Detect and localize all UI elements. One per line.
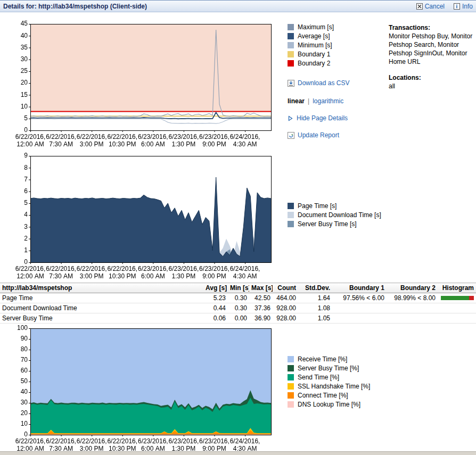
legend-label: Receive Time [%] xyxy=(298,355,347,363)
cell-max: 37.36 xyxy=(249,303,273,313)
col-header-min: Min [s] xyxy=(228,283,249,293)
legend-item: Minimum [s] xyxy=(288,42,334,48)
scale-linear-current: linear xyxy=(288,97,305,105)
cell-stddev: 1.05 xyxy=(298,313,332,324)
page-title: Details for: http://lab34/mspetshop (Cli… xyxy=(3,3,147,10)
col-header-avg: Avg [s] xyxy=(203,283,228,293)
info-label: Info xyxy=(462,3,473,10)
response-time-line-chart xyxy=(9,18,275,152)
legend-item: SSL Handshake Time [%] xyxy=(288,383,370,390)
cell-boundary1 xyxy=(332,303,387,313)
legend-item: Connect Time [%] xyxy=(288,392,370,399)
download-csv-button[interactable]: Download as CSV xyxy=(288,79,349,87)
legend-item: DNS Lookup Time [%] xyxy=(288,401,370,408)
hide-page-details-label: Hide Page Details xyxy=(297,114,348,122)
legend-swatch xyxy=(288,383,294,390)
hide-page-details-button[interactable]: Hide Page Details xyxy=(288,114,348,122)
legend-label: Maximum [s] xyxy=(298,23,334,31)
legend-swatch xyxy=(288,212,294,218)
cell-avg: 0.44 xyxy=(203,303,228,313)
col-header-max: Max [s] xyxy=(249,283,273,293)
row-label: Page Time xyxy=(0,293,203,303)
legend-swatch xyxy=(288,365,294,371)
legend-item: Average [s] xyxy=(288,32,334,39)
cell-boundary1: 97.56% < 6.00 xyxy=(332,293,387,303)
scale-logarithmic-link[interactable]: logarithmic xyxy=(313,97,343,105)
col-header-histogram: Histogram xyxy=(438,283,476,293)
legend-label: Boundary 2 xyxy=(298,60,330,67)
histogram-bar xyxy=(441,296,474,300)
update-report-label: Update Report xyxy=(298,131,339,139)
legend-label: Connect Time [%] xyxy=(298,392,348,399)
cell-stddev: 1.64 xyxy=(298,293,332,303)
legend-label: Server Busy Time [s] xyxy=(298,220,357,228)
legend-swatch xyxy=(288,203,294,209)
time-breakdown-stacked-chart xyxy=(9,325,275,451)
update-report-button[interactable]: Update Report xyxy=(288,131,339,139)
col-header-boundary2: Boundary 2 xyxy=(387,283,438,293)
legend-item: Server Busy Time [%] xyxy=(288,365,370,371)
cell-histogram xyxy=(438,313,476,324)
cancel-label: Cancel xyxy=(425,3,445,10)
cell-min: 0.00 xyxy=(228,313,249,324)
cell-boundary2 xyxy=(387,303,438,313)
col-header-count: Count xyxy=(273,283,298,293)
scrollbar-track xyxy=(0,451,476,455)
cell-count: 464.00 xyxy=(273,293,298,303)
cell-avg: 0.06 xyxy=(203,313,228,324)
legend-label: DNS Lookup Time [%] xyxy=(298,401,360,408)
legend-label: Send Time [%] xyxy=(298,374,339,381)
table-row-document-download-time: Document Download Time 0.44 0.30 37.36 9… xyxy=(0,303,476,313)
legend-swatch xyxy=(288,221,294,227)
legend-item: Send Time [%] xyxy=(288,374,370,380)
legend-label: Document Download Time [s] xyxy=(298,211,381,219)
download-csv-label: Download as CSV xyxy=(298,79,349,87)
row-label: Server Busy Time xyxy=(0,313,203,324)
time-breakdown-legend: Receive Time [%]Server Busy Time [%]Send… xyxy=(288,355,370,410)
cell-boundary1 xyxy=(332,313,387,324)
titlebar: Details for: http://lab34/mspetshop (Cli… xyxy=(0,0,476,12)
row-label: Document Download Time xyxy=(0,303,203,313)
legend-swatch xyxy=(288,33,294,39)
stats-table: http://lab34/mspetshop Avg [s] Min [s] M… xyxy=(0,283,476,324)
locations-value: all xyxy=(389,82,475,90)
legend-swatch xyxy=(288,60,294,67)
info-panel: Transactions: Monitor Petshop Buy, Monit… xyxy=(389,23,475,90)
histogram-bar xyxy=(441,306,474,310)
update-report-icon xyxy=(288,132,294,139)
transactions-value: Monitor Petshop Buy, Monitor Petshop Sea… xyxy=(389,32,475,66)
legend-label: Page Time [s] xyxy=(298,202,337,210)
legend-item: Document Download Time [s] xyxy=(288,211,381,218)
download-csv-icon xyxy=(288,80,294,87)
col-header-stddev: Std.Dev. xyxy=(298,283,332,293)
page-time-area-chart xyxy=(9,153,275,282)
response-time-legend: Maximum [s]Average [s]Minimum [s]Boundar… xyxy=(288,23,334,69)
table-row-server-busy-time: Server Busy Time 0.06 0.00 36.90 928.00 … xyxy=(0,313,476,324)
legend-item: Boundary 1 xyxy=(288,51,334,57)
legend-swatch xyxy=(288,374,294,380)
collapse-triangle-icon xyxy=(288,115,293,121)
legend-swatch xyxy=(288,356,294,362)
legend-item: Server Busy Time [s] xyxy=(288,220,381,227)
legend-swatch xyxy=(288,51,294,57)
col-header-boundary1: Boundary 1 xyxy=(332,283,387,293)
cell-boundary2 xyxy=(387,313,438,324)
transactions-label: Transactions: xyxy=(389,23,475,32)
info-icon xyxy=(454,3,460,10)
col-header-url: http://lab34/mspetshop xyxy=(0,283,203,293)
info-button[interactable]: Info xyxy=(454,3,473,10)
cancel-button[interactable]: Cancel xyxy=(416,3,445,10)
locations-label: Locations: xyxy=(389,73,475,82)
legend-item: Boundary 2 xyxy=(288,60,334,67)
legend-swatch xyxy=(288,24,294,30)
cell-boundary2: 98.99% < 8.00 xyxy=(387,293,438,303)
legend-swatch xyxy=(288,401,294,408)
legend-label: Average [s] xyxy=(298,32,330,40)
cell-avg: 5.23 xyxy=(203,293,228,303)
cell-min: 0.30 xyxy=(228,303,249,313)
legend-swatch xyxy=(288,392,294,399)
stats-table-header-row: http://lab34/mspetshop Avg [s] Min [s] M… xyxy=(0,283,476,293)
titlebar-actions: Cancel Info xyxy=(410,3,473,10)
legend-item: Page Time [s] xyxy=(288,202,381,209)
cell-max: 42.50 xyxy=(249,293,273,303)
